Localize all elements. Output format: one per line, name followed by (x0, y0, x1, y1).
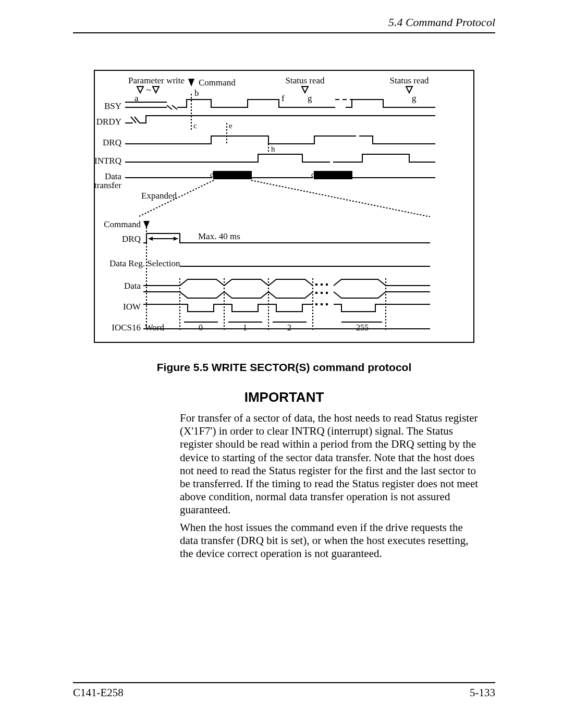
figure-caption: Figure 5.5 WRITE SECTOR(S) command proto… (73, 361, 495, 374)
word-255: 255 (356, 323, 369, 332)
page-number: 5-133 (470, 686, 495, 699)
svg-marker-11 (174, 237, 178, 241)
section-label: 5.4 Command Protocol (388, 16, 495, 29)
svg-rect-16 (321, 292, 323, 294)
page-header: 5.4 Command Protocol (73, 16, 495, 33)
time-b: b (194, 88, 199, 98)
sig-data-transfer-l2: transfer (95, 180, 121, 190)
important-heading: IMPORTANT (73, 389, 495, 405)
svg-marker-1 (188, 79, 194, 87)
svg-text:e: e (229, 121, 232, 130)
doc-id: C141-E258 (73, 686, 124, 699)
exp-command: Command (104, 219, 141, 229)
svg-rect-7 (314, 171, 352, 179)
exp-iow: IOW (123, 302, 141, 312)
svg-rect-19 (321, 303, 323, 305)
label-expanded: Expanded (141, 191, 177, 201)
svg-text:c: c (193, 121, 197, 130)
page-footer: C141-E258 5-133 (73, 682, 495, 699)
svg-rect-5 (214, 171, 251, 179)
svg-rect-15 (315, 292, 317, 294)
important-para-1: For transfer of a sector of data, the ho… (180, 412, 480, 517)
timing-diagram-svg: Parameter write ~ a Command b Status rea… (95, 71, 473, 342)
label-command: Command (199, 78, 236, 88)
sig-intrq: INTRQ (95, 156, 121, 166)
exp-data: Data (124, 281, 141, 291)
time-g: g (308, 93, 312, 103)
svg-rect-14 (326, 283, 328, 286)
important-para-2: When the host issues the command even if… (180, 521, 480, 561)
exp-iocs16: IOCS16 (112, 323, 141, 332)
time-f: f (282, 93, 285, 103)
exp-data-reg: Data Reg. Selection (109, 258, 180, 268)
exp-drq: DRQ (122, 234, 141, 244)
svg-rect-17 (326, 292, 328, 294)
sig-bsy: BSY (104, 101, 121, 111)
label-parameter-write: Parameter write (128, 76, 185, 85)
time-g2: g (412, 93, 417, 103)
sig-drq: DRQ (103, 138, 121, 147)
svg-rect-12 (315, 283, 317, 286)
word-0: 0 (199, 323, 203, 332)
important-body: For transfer of a sector of data, the ho… (180, 412, 480, 560)
svg-text:h: h (271, 145, 275, 153)
timing-diagram: Parameter write ~ a Command b Status rea… (94, 70, 474, 343)
svg-rect-20 (326, 303, 328, 305)
svg-text:d: d (210, 170, 214, 179)
svg-rect-18 (315, 303, 317, 305)
label-status-read-2: Status read (389, 76, 429, 85)
svg-text:d: d (311, 170, 315, 179)
sig-drdy: DRDY (96, 117, 121, 127)
svg-marker-10 (149, 237, 153, 241)
label-status-read-1: Status read (285, 76, 325, 85)
exp-max: Max. 40 ms (198, 231, 240, 241)
svg-rect-13 (321, 283, 323, 286)
exp-word: Word (145, 323, 165, 332)
word-1: 1 (243, 323, 247, 332)
svg-text:~: ~ (146, 85, 151, 95)
word-2: 2 (287, 323, 291, 332)
svg-marker-9 (143, 221, 150, 228)
